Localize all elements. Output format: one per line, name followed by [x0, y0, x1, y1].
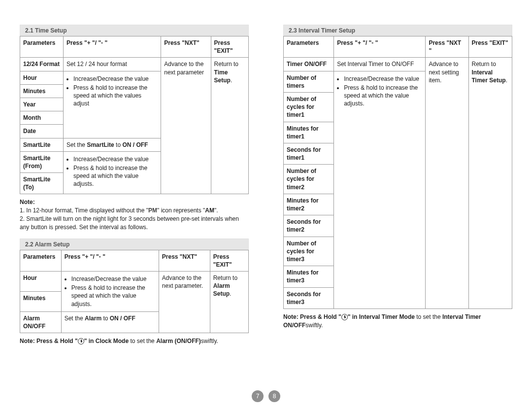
int-note-mid2: to set the: [415, 313, 442, 320]
int-note-pre: Note: Press & Hold ": [283, 313, 341, 320]
bullet-press-hold: Press & hold to increase the speed at wh…: [344, 84, 422, 108]
param-cycles-t2: Number of cycles for timer2: [284, 165, 334, 194]
left-column: 2.1 Time Setup Parameters Press "+ "/ "-…: [20, 25, 249, 345]
th-press-plus-minus: Press "+ "/ "- ": [64, 36, 161, 58]
n1-am: AM: [205, 207, 214, 214]
param-cycles-t1: Number of cycles for timer1: [284, 92, 334, 122]
th-press-exit: Press "EXIT": [468, 36, 512, 58]
alarm-group-action: Increase/Decrease the value Press & hold…: [61, 272, 159, 312]
bullet-inc-dec: Increase/Decrease the value: [344, 75, 422, 83]
n1-post: ".: [214, 207, 218, 214]
time-setup-table: Parameters Press "+ "/ "- " Press "NXT" …: [20, 36, 249, 194]
param-month: Month: [20, 111, 64, 125]
alarm-setup-table: Parameters Press "+ "/ "- " Press "NXT" …: [20, 250, 249, 334]
th-parameters: Parameters: [20, 36, 64, 58]
alarm-note-mid: " in: [84, 338, 96, 344]
th-press-plus-minus: Press "+ "/ "- ": [61, 250, 159, 271]
param-smartlite-from: SmartLite (From): [20, 151, 64, 172]
bullet-press-hold: Press & hold to increase the speed at wh…: [73, 84, 158, 108]
n1-pre: 1. In 12-hour format, Time displayed wit…: [20, 207, 148, 214]
action-timer-onoff: Set Interval Timer to ON/OFF: [334, 58, 426, 71]
param-hour: Hour: [20, 272, 62, 292]
th-press-exit: Press "EXIT": [210, 250, 248, 271]
note-1: 1. In 12-hour format, Time displayed wit…: [20, 206, 249, 215]
alarm-note-bold: Alarm (ON/OFF): [156, 338, 201, 344]
th-press-plus-minus: Press "+ "/ "- ": [334, 36, 426, 58]
action-smartlite: Set the SmartLite to ON / OFF: [64, 138, 161, 151]
param-hour: Hour: [20, 71, 64, 84]
al-post: to: [101, 315, 110, 322]
interval-exit-cell: Return to Interval Timer Setup.: [468, 58, 512, 309]
param-timer-onoff: Timer ON/OFF: [284, 58, 334, 71]
param-smartlite: SmartLite: [20, 138, 64, 151]
alarm-note-mid2: to set the: [129, 338, 156, 344]
sl-pre: Set the: [66, 141, 87, 148]
exit-post: .: [506, 77, 507, 84]
th-press-nxt: Press "NXT": [159, 250, 210, 271]
al-bold: Alarm: [85, 315, 101, 322]
bullet-press-hold: Press & hold to increase the speed at wh…: [71, 284, 156, 308]
alarm-note-pre: Note: Press & Hold ": [20, 338, 78, 344]
alarm-exit-cell: Return to Alarm Setup.: [210, 272, 248, 333]
param-sec-t2: Seconds for timer2: [284, 215, 334, 237]
two-column-layout: 2.1 Time Setup Parameters Press "+ "/ "-…: [20, 25, 512, 345]
bullet-inc-dec: Increase/Decrease the value: [71, 275, 156, 283]
alarm-note: Note: Press & Hold "" in Clock Mode to s…: [20, 337, 249, 345]
clock-icon: [341, 314, 348, 320]
time-group-action: Increase/Decrease the value Press & hold…: [64, 71, 161, 138]
page-number-right: 8: [268, 390, 280, 402]
param-year: Year: [20, 98, 64, 111]
exit-pre: Return to: [214, 61, 238, 68]
th-press-exit: Press "EXIT": [211, 36, 248, 58]
param-date: Date: [20, 125, 64, 138]
param-cycles-t3: Number of cycles for timer3: [284, 237, 334, 266]
exit-post: .: [231, 77, 232, 84]
interval-group-action: Increase/Decrease the value Press & hold…: [334, 71, 426, 308]
param-sec-t1: Seconds for timer1: [284, 143, 334, 164]
sl-onoff: ON / OFF: [122, 141, 148, 148]
alarm-note-post: swiftly.: [201, 338, 218, 344]
param-sec-t3: Seconds for timer3: [284, 287, 334, 308]
param-minutes: Minutes: [20, 84, 64, 98]
bullet-sl-inc-dec: Increase/Decrease the value: [73, 155, 158, 163]
th-press-nxt: Press "NXT ": [426, 36, 468, 58]
param-min-t3: Minutes for timer3: [284, 266, 334, 287]
bullet-inc-dec: Increase/Decrease the value: [73, 75, 158, 83]
interval-nxt-cell: Advance to next setting item.: [426, 58, 468, 309]
sl-post: to: [114, 141, 123, 148]
param-minutes: Minutes: [20, 291, 62, 311]
time-setup-notes: Note: 1. In 12-hour format, Time display…: [20, 198, 249, 231]
param-12-24-format: 12/24 Format: [20, 58, 64, 71]
al-onoff: ON / OFF: [110, 315, 135, 322]
th-parameters: Parameters: [284, 36, 334, 58]
interval-note: Note: Press & Hold "" in Interval Timer …: [283, 313, 512, 330]
param-alarm-onoff: Alarm ON/OFF: [20, 311, 62, 333]
param-number-timers: Number of timers: [284, 71, 334, 92]
th-press-nxt: Press "NXT": [161, 36, 211, 58]
n1-pm: PM: [148, 207, 157, 214]
n1-mid: " icon represents ": [157, 207, 205, 214]
param-min-t1: Minutes for timer1: [284, 122, 334, 143]
page-number-footer: 7 8: [0, 390, 532, 402]
section-title-interval-setup: 2.3 Interval Timer Setup: [283, 25, 512, 36]
alarm-note-mode: Clock Mode: [96, 338, 129, 344]
int-note-post: swiftly.: [305, 322, 323, 329]
exit-pre: Return to: [472, 61, 496, 68]
interval-setup-table: Parameters Press "+ "/ "- " Press "NXT "…: [283, 36, 512, 309]
action-alarm-onoff: Set the Alarm to ON / OFF: [61, 311, 159, 333]
int-note-mid: " in: [348, 313, 359, 320]
exit-bold: Time Setup: [214, 69, 231, 84]
th-parameters: Parameters: [20, 250, 62, 271]
page-number-left: 7: [252, 390, 264, 402]
bullet-sl-press-hold: Press & hold to increase the speed at wh…: [73, 164, 158, 188]
right-column: 2.3 Interval Timer Setup Parameters Pres…: [283, 25, 512, 345]
exit-pre: Return to: [213, 274, 237, 281]
al-pre: Set the: [65, 315, 85, 322]
note-label: Note:: [20, 198, 249, 206]
sl-bold: SmartLite: [87, 141, 114, 148]
action-12-24-format: Set 12 / 24 hour format: [64, 58, 161, 71]
param-smartlite-to: SmartLite (To): [20, 173, 64, 194]
int-note-mode: Interval Timer Mode: [359, 313, 415, 320]
section-title-alarm-setup: 2.2 Alarm Setup: [20, 239, 249, 250]
exit-post: .: [230, 290, 231, 297]
